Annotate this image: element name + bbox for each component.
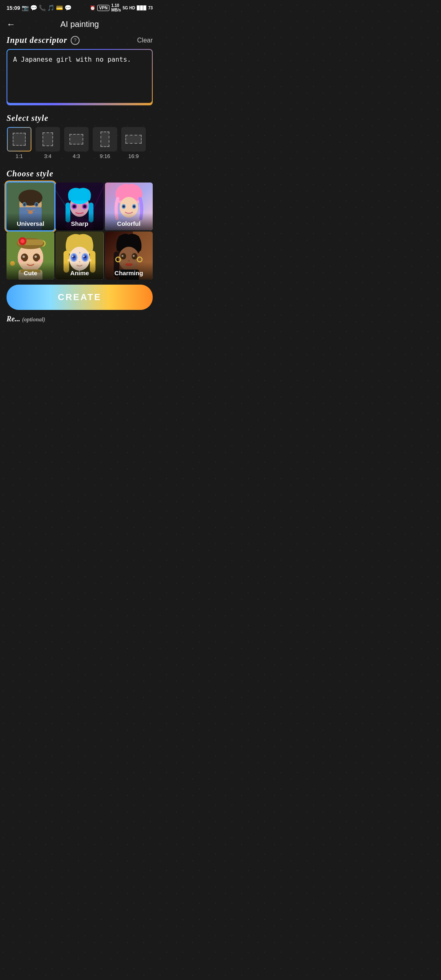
style-card-anime-label: Anime bbox=[56, 262, 103, 280]
svg-point-38 bbox=[22, 256, 25, 258]
style-card-universal[interactable]: Universal bbox=[7, 183, 54, 230]
svg-point-59 bbox=[68, 259, 70, 262]
header: ← AI painting bbox=[0, 16, 159, 36]
style-card-universal-label: Universal bbox=[7, 213, 54, 230]
input-descriptor-header: Input descriptor ? Clear bbox=[0, 36, 159, 45]
ratio-9-16[interactable]: 9:16 bbox=[92, 127, 118, 159]
svg-text:✦: ✦ bbox=[78, 251, 81, 255]
back-button[interactable]: ← bbox=[7, 19, 16, 30]
svg-point-7 bbox=[35, 203, 38, 206]
svg-point-18 bbox=[83, 205, 87, 208]
style-card-sharp-label: Sharp bbox=[56, 213, 103, 230]
descriptor-textarea-wrap: A Japanese girl with no pants. bbox=[7, 49, 153, 105]
style-card-anime[interactable]: ✦ Anime bbox=[56, 232, 103, 279]
svg-point-35 bbox=[20, 239, 24, 243]
svg-point-39 bbox=[34, 256, 37, 258]
svg-point-55 bbox=[72, 256, 74, 257]
reference-optional-label: (optional) bbox=[22, 316, 45, 323]
reference-label: Re... (optional) bbox=[7, 315, 45, 323]
create-button[interactable]: CREATE bbox=[7, 285, 153, 310]
ratio-4-3[interactable]: 4:3 bbox=[64, 127, 89, 159]
input-descriptor-label: Input descriptor bbox=[7, 36, 67, 45]
svg-point-26 bbox=[122, 205, 125, 208]
time-display: 15:09 bbox=[7, 5, 20, 11]
clear-button[interactable]: Clear bbox=[137, 37, 153, 44]
style-card-grid: Universal bbox=[0, 183, 159, 280]
svg-point-27 bbox=[133, 205, 135, 208]
style-card-colorful[interactable]: Colorful bbox=[105, 183, 153, 230]
create-button-wrap: CREATE bbox=[0, 280, 159, 315]
ratio-3-4[interactable]: 3:4 bbox=[35, 127, 60, 159]
descriptor-textarea[interactable]: A Japanese girl with no pants. bbox=[7, 50, 152, 103]
help-icon-button[interactable]: ? bbox=[71, 36, 80, 45]
ratio-16-9[interactable]: 16:9 bbox=[121, 127, 146, 159]
svg-point-6 bbox=[23, 203, 26, 206]
svg-point-17 bbox=[73, 205, 76, 208]
ratio-1-1[interactable]: 1:1 bbox=[7, 127, 32, 159]
svg-point-68 bbox=[121, 255, 123, 257]
svg-point-70 bbox=[128, 260, 130, 262]
style-card-cute-label: Cute bbox=[7, 262, 54, 280]
status-right-icons: ⏰ VPN 1.10MB/s 5G HD ▉▉▉ 73 bbox=[90, 3, 153, 12]
svg-point-56 bbox=[83, 256, 85, 257]
svg-point-2 bbox=[18, 190, 42, 206]
svg-point-69 bbox=[133, 255, 135, 257]
status-time: 15:09 📷 💬 📞 🎵 💳 💬 bbox=[7, 4, 71, 11]
select-style-label: Select style bbox=[0, 114, 159, 123]
style-card-charming-label: Charming bbox=[105, 262, 153, 280]
page-title: AI painting bbox=[60, 20, 99, 29]
style-card-cute[interactable]: Cute bbox=[7, 232, 54, 279]
svg-point-60 bbox=[89, 259, 91, 262]
style-card-colorful-label: Colorful bbox=[105, 213, 153, 230]
style-card-charming[interactable]: Charming bbox=[105, 232, 153, 279]
reference-section: Re... (optional) bbox=[0, 315, 159, 323]
status-bar: 15:09 📷 💬 📞 🎵 💳 💬 ⏰ VPN 1.10MB/s 5G HD ▉… bbox=[0, 0, 159, 16]
input-descriptor-left: Input descriptor ? bbox=[7, 36, 80, 45]
choose-style-label: Choose style bbox=[0, 169, 159, 178]
style-card-sharp[interactable]: Sharp bbox=[56, 183, 103, 230]
aspect-ratio-selector: 1:1 3:4 4:3 9:16 16:9 bbox=[0, 127, 159, 159]
